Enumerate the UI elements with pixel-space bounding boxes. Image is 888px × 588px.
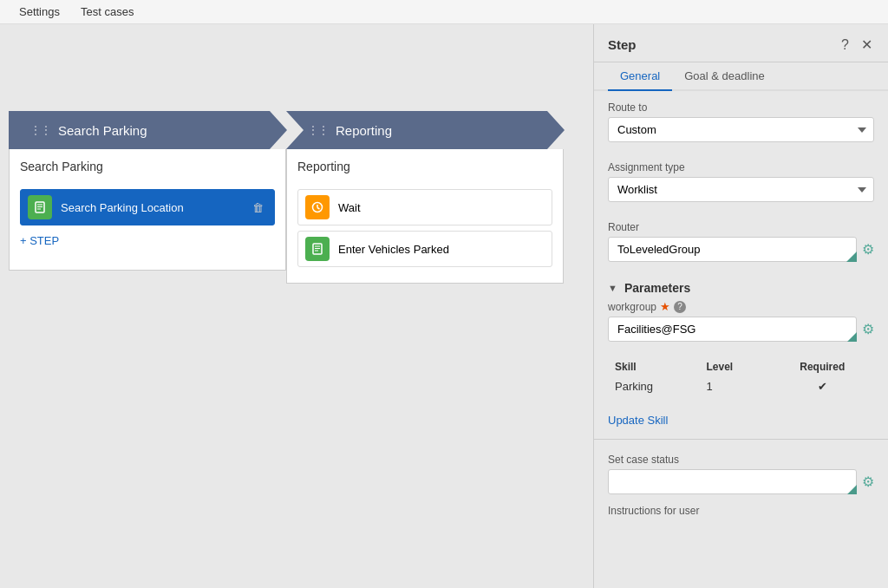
route-to-label: Route to [608, 101, 874, 114]
router-label: Router [608, 221, 874, 233]
case-status-gear-icon[interactable]: ⚙ [862, 474, 874, 490]
workgroup-input[interactable]: Facilities@FSG [608, 317, 857, 342]
parameters-chevron-icon[interactable]: ▼ [608, 283, 617, 293]
workgroup-required-star: ★ [660, 300, 670, 313]
case-status-field-container: ⚙ [608, 469, 874, 494]
action-label-search-parking-location: Search Parking Location [61, 201, 184, 214]
action-item-enter-vehicles-parked[interactable]: Enter Vehicles Parked [297, 231, 552, 267]
skills-cell-level: 1 [700, 376, 771, 396]
add-step-button-search-parking[interactable]: + STEP [20, 231, 275, 251]
top-bar: Settings Test cases [0, 0, 888, 24]
action-label-wait: Wait [338, 201, 361, 214]
skills-cell-required: ✔ [771, 376, 874, 396]
form-section-instructions: Instructions for user [594, 505, 888, 531]
svg-line-6 [317, 208, 320, 210]
testcases-menu-item[interactable]: Test cases [70, 2, 144, 22]
help-button[interactable]: ? [839, 35, 851, 55]
skills-table-row: Parking 1 ✔ [608, 376, 874, 396]
skills-table-header-row: Skill Level Required [608, 357, 874, 376]
step-content-title-search-parking: Search Parking [20, 160, 275, 180]
update-skill-link[interactable]: Update Skill [594, 414, 888, 435]
set-case-status-label: Set case status [608, 454, 874, 466]
step-block-reporting: ⋮⋮ Reporting Reporting Wait [286, 111, 564, 284]
router-field-container: ToLeveledGroup ⚙ [608, 237, 874, 262]
workflow-panel: ⋮⋮ Search Parking Search Parking Search … [0, 24, 593, 588]
skills-col-required: Required [771, 357, 874, 376]
form-section-assignment: Assignment type Worklist Queue Auto [594, 161, 888, 221]
step-content-search-parking: Search Parking Search Parking Location 🗑… [9, 149, 286, 271]
case-status-input-wrapper [608, 469, 857, 494]
form-section-workgroup: workgroup ★ ? Facilities@FSG ⚙ [594, 300, 888, 352]
assignment-type-select[interactable]: Worklist Queue Auto [608, 177, 874, 202]
route-to-select[interactable]: Custom Sequential Parallel [608, 117, 874, 142]
skills-cell-parking: Parking [608, 376, 700, 396]
step-header-search-parking[interactable]: ⋮⋮ Search Parking [9, 111, 287, 149]
tab-goal-deadline[interactable]: Goal & deadline [672, 62, 777, 91]
step-content-reporting: Reporting Wait Enter Vehicles Parked [286, 149, 564, 284]
router-input-wrapper: ToLeveledGroup [608, 237, 857, 262]
step-panel-actions: ? ✕ [839, 35, 874, 55]
action-item-search-parking-location[interactable]: Search Parking Location 🗑 [20, 189, 275, 225]
delete-icon-search-parking-location[interactable]: 🗑 [249, 199, 267, 216]
skills-col-level: Level [700, 357, 771, 376]
settings-menu-item[interactable]: Settings [9, 2, 70, 22]
form-section-case-status: Set case status ⚙ [594, 443, 888, 505]
action-icon-wait [305, 195, 330, 219]
tabs: General Goal & deadline [594, 62, 888, 91]
steps-container: ⋮⋮ Search Parking Search Parking Search … [9, 42, 584, 284]
step-header-reporting[interactable]: ⋮⋮ Reporting [286, 111, 565, 149]
step-panel-title: Step [608, 37, 637, 52]
step-header-label-search-parking: Search Parking [58, 123, 147, 138]
skills-col-skill: Skill [608, 357, 700, 376]
step-panel-header: Step ? ✕ [594, 24, 888, 62]
close-button[interactable]: ✕ [859, 35, 874, 55]
form-section-skills: Skill Level Required Parking 1 ✔ [594, 352, 888, 414]
instructions-label: Instructions for user [608, 505, 874, 517]
parameters-header: ▼ Parameters [594, 272, 888, 300]
form-section-route: Route to Custom Sequential Parallel [594, 91, 888, 161]
main-area: ⋮⋮ Search Parking Search Parking Search … [0, 24, 888, 588]
workgroup-field-container: Facilities@FSG ⚙ [608, 317, 874, 342]
tab-general[interactable]: General [608, 62, 672, 91]
workgroup-gear-icon[interactable]: ⚙ [862, 321, 874, 337]
workgroup-label: workgroup [608, 301, 656, 313]
step-settings-panel: Step ? ✕ General Goal & deadline Route t… [593, 24, 888, 588]
assignment-type-label: Assignment type [608, 161, 874, 173]
step-block-search-parking: ⋮⋮ Search Parking Search Parking Search … [9, 111, 286, 271]
form-section-router: Router ToLeveledGroup ⚙ [594, 221, 888, 272]
parameters-title: Parameters [624, 281, 690, 295]
workgroup-info-icon[interactable]: ? [674, 301, 686, 313]
divider [594, 439, 888, 440]
workgroup-input-wrapper: Facilities@FSG [608, 317, 857, 342]
skills-table: Skill Level Required Parking 1 ✔ [608, 357, 874, 396]
action-item-wait[interactable]: Wait [297, 189, 552, 225]
step-header-label-reporting: Reporting [336, 123, 392, 138]
action-icon-search-parking-location [28, 195, 52, 219]
action-label-enter-vehicles-parked: Enter Vehicles Parked [338, 243, 449, 256]
action-icon-enter-vehicles-parked [305, 237, 330, 261]
case-status-input[interactable] [608, 469, 857, 494]
router-gear-icon[interactable]: ⚙ [862, 241, 874, 258]
router-input[interactable]: ToLeveledGroup [608, 237, 857, 262]
drag-handle-reporting: ⋮⋮ [308, 124, 329, 136]
step-content-title-reporting: Reporting [297, 160, 552, 180]
workgroup-label-container: workgroup ★ ? [608, 300, 874, 313]
drag-handle-search-parking: ⋮⋮ [30, 124, 51, 136]
